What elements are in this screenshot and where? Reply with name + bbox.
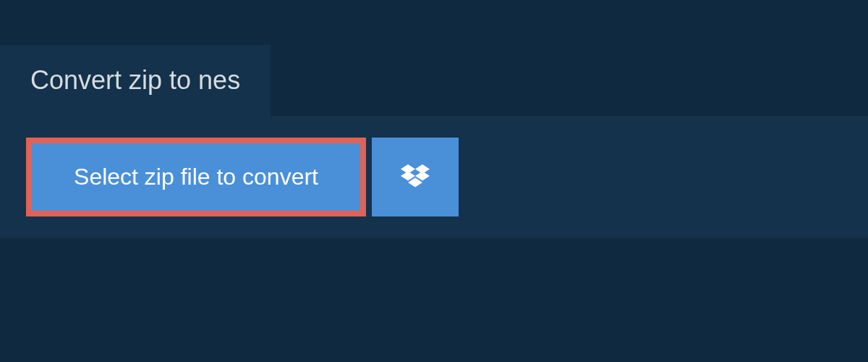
convert-panel: Select zip file to convert — [0, 116, 868, 238]
tab-title: Convert zip to nes — [30, 65, 240, 96]
select-file-button[interactable]: Select zip file to convert — [26, 138, 366, 216]
dropbox-icon — [401, 164, 430, 190]
dropbox-button[interactable] — [372, 138, 459, 216]
button-row: Select zip file to convert — [26, 138, 842, 216]
tab-header: Convert zip to nes — [0, 45, 271, 116]
select-file-label: Select zip file to convert — [74, 164, 318, 190]
